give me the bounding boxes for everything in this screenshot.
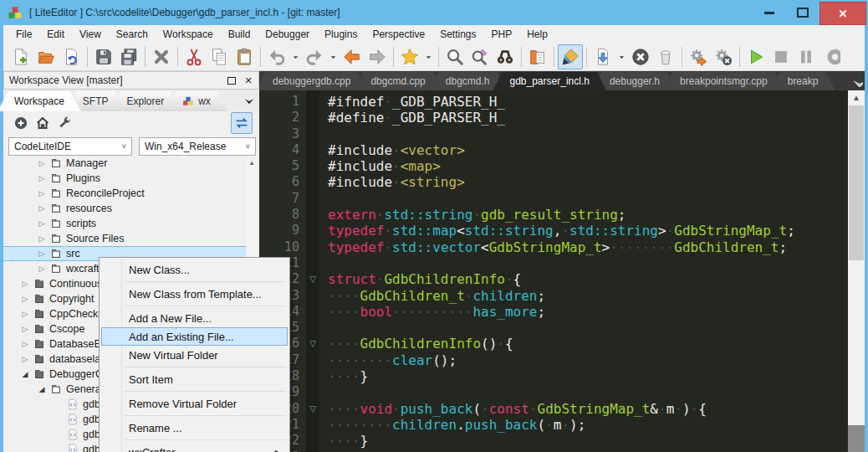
editor-scrollbar[interactable]: ▲ (848, 90, 865, 452)
settings-wrench-button[interactable] (54, 112, 75, 134)
find-icon[interactable] (442, 44, 467, 69)
pane-close-button[interactable]: ✕ (242, 74, 255, 87)
cut-icon[interactable] (181, 44, 207, 69)
editor-tab-breakp[interactable]: breakp (771, 72, 835, 90)
expand-arrow-icon[interactable]: ▷ (20, 355, 30, 363)
editor-tab-debugger-h[interactable]: debugger.h (593, 72, 677, 90)
config-select[interactable]: Win_x64_Release ˅ (139, 137, 256, 156)
menu-php[interactable]: PHP (484, 27, 520, 42)
editor-tab-gdb-parser-incl-h[interactable]: gdb_parser_incl.h (493, 72, 606, 90)
expand-arrow-icon[interactable]: ▷ (37, 249, 47, 258)
menu-view[interactable]: View (72, 27, 109, 42)
code-view[interactable]: 1234567891011121314151617181920212223 ▽▽… (259, 90, 848, 452)
pane-maximize-button[interactable] (225, 74, 238, 87)
expand-arrow-icon[interactable]: ▷ (37, 265, 47, 273)
copy-icon[interactable] (207, 44, 232, 69)
tree-item-plugins[interactable]: ▷Plugins (3, 171, 246, 186)
stop-icon[interactable] (768, 44, 794, 69)
nav-back-icon[interactable] (340, 44, 365, 69)
minimize-button[interactable] (753, 2, 786, 23)
expand-arrow-icon[interactable]: ▷ (20, 280, 30, 288)
tree-item-manager[interactable]: ▷Manager (3, 156, 246, 171)
menu-item-add-a-new-file[interactable]: Add a New File... (101, 309, 288, 327)
scrollbar-thumb[interactable] (849, 105, 864, 260)
tree-item-resources[interactable]: ▷resources (3, 201, 246, 216)
undo-icon[interactable] (264, 44, 289, 69)
new-file-icon[interactable] (8, 44, 33, 69)
save-file-icon[interactable] (91, 44, 116, 69)
expand-arrow-icon[interactable]: ▷ (20, 295, 30, 303)
maximize-button[interactable] (786, 2, 819, 23)
save-all-icon[interactable] (116, 44, 141, 69)
redo-icon[interactable] (302, 44, 327, 69)
bookmark-dropdown-icon[interactable] (422, 44, 435, 69)
nav-forward-icon[interactable] (365, 44, 390, 69)
code-text[interactable]: #ifndef·_GDB_PARSER_H_#define·_GDB_PARSE… (319, 90, 848, 452)
swap-workspace-button[interactable] (231, 112, 253, 134)
menu-item-new-class[interactable]: New Class... (101, 260, 288, 279)
expand-arrow-icon[interactable]: ▷ (20, 325, 30, 333)
collapse-arrow-icon[interactable]: ◢ (37, 385, 47, 393)
find-replace-icon[interactable] (467, 44, 493, 69)
tree-item-scripts[interactable]: ▷scripts (3, 216, 246, 231)
fold-margin[interactable]: ▽▽▽ (306, 90, 319, 452)
expand-arrow-icon[interactable]: ▷ (20, 310, 30, 318)
menu-build[interactable]: Build (221, 27, 258, 42)
redo-dropdown-icon[interactable] (327, 44, 340, 69)
expand-arrow-icon[interactable]: ▷ (37, 174, 47, 182)
run-icon[interactable] (743, 44, 768, 69)
menu-item-new-class-from-template[interactable]: New Class from Template... (101, 285, 288, 303)
build-icon[interactable] (686, 44, 711, 69)
tree-item-source-files[interactable]: ▷Source Files (3, 231, 246, 246)
clean-icon[interactable] (653, 44, 678, 69)
pane-tab-wx[interactable]: wx (166, 91, 227, 111)
expand-arrow-icon[interactable]: ▷ (37, 204, 47, 213)
menu-item-add-an-existing-file[interactable]: Add an Existing File... (101, 327, 288, 346)
expand-arrow-icon[interactable]: ▷ (37, 234, 47, 243)
menu-file[interactable]: File (8, 27, 39, 42)
close-button[interactable]: ✕ (819, 2, 866, 25)
fold-marker-icon[interactable]: ▽ (306, 336, 319, 352)
editor-tab-dbgcmd-cpp[interactable]: dbgcmd.cpp (354, 72, 442, 90)
undo-dropdown-icon[interactable] (289, 44, 302, 69)
file-explorer-icon[interactable] (525, 44, 550, 69)
home-button[interactable] (32, 112, 54, 134)
reload-file-icon[interactable] (59, 44, 84, 69)
pane-tab-workspace[interactable]: Workspace (0, 91, 81, 111)
menu-item-sort-item[interactable]: Sort Item (101, 370, 288, 388)
project-select[interactable]: CodeLiteIDE ˅ (8, 137, 132, 156)
bookmark-icon[interactable] (397, 44, 422, 69)
fold-marker-icon[interactable]: ▽ (306, 401, 319, 417)
menu-item-remove-virtual-folder[interactable]: Remove Virtual Folder (101, 394, 288, 413)
stop-build-icon[interactable] (711, 44, 736, 69)
menu-workspace[interactable]: Workspace (156, 27, 221, 42)
download-icon[interactable] (590, 44, 615, 69)
pause-icon[interactable] (794, 44, 819, 69)
highlight-marker-icon[interactable] (558, 44, 583, 69)
paste-icon[interactable] (232, 44, 257, 69)
menu-help[interactable]: Help (519, 27, 555, 42)
menu-edit[interactable]: Edit (39, 27, 72, 42)
close-file-icon[interactable] (149, 44, 174, 69)
find-in-files-icon[interactable] (493, 44, 518, 69)
editor-tab-breakpointsmgr-cpp[interactable]: breakpointsmgr.cpp (663, 72, 784, 90)
download-dropdown-icon[interactable] (615, 44, 628, 69)
editor-tab-overflow-button[interactable] (850, 74, 863, 87)
cancel-icon[interactable] (628, 44, 653, 69)
expand-arrow-icon[interactable]: ▷ (37, 219, 47, 228)
expand-arrow-icon[interactable]: ▷ (20, 340, 30, 348)
menu-plugins[interactable]: Plugins (317, 27, 365, 42)
add-button[interactable] (10, 112, 32, 134)
menu-settings[interactable]: Settings (432, 27, 483, 42)
collapse-arrow-icon[interactable]: ◢ (20, 370, 30, 378)
menu-debugger[interactable]: Debugger (258, 27, 317, 42)
pane-tab-overflow-button[interactable] (243, 95, 256, 108)
menu-item-new-virtual-folder[interactable]: New Virtual Folder (101, 346, 288, 364)
menu-item-wxcrafter[interactable]: wxCrafter▶ (101, 443, 288, 452)
open-folder-icon[interactable] (33, 44, 59, 69)
tree-item-reconcileproject[interactable]: ▷ReconcileProject (3, 186, 246, 201)
menu-item-rename[interactable]: Rename ... (101, 419, 288, 437)
continue-icon[interactable] (819, 44, 844, 69)
expand-arrow-icon[interactable]: ▷ (37, 189, 47, 198)
editor-tab-debuggergdb-cpp[interactable]: debuggergdb.cpp (259, 72, 367, 90)
